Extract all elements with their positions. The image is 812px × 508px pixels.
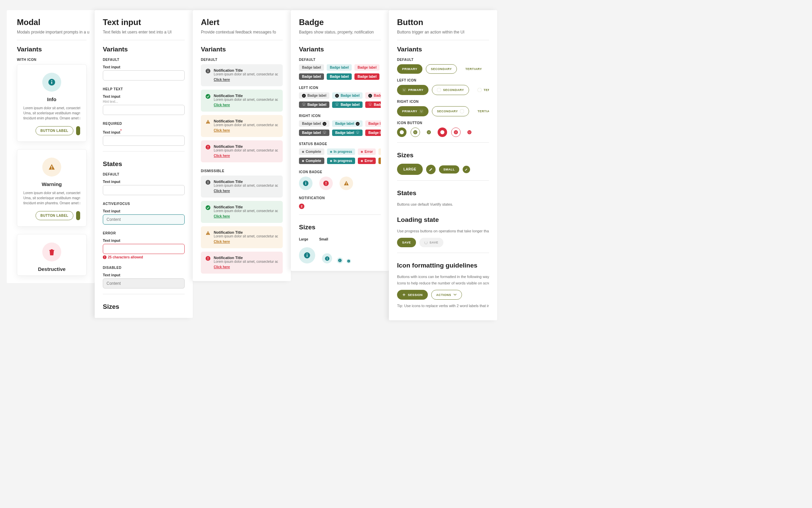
badge-righticon-solid-grey: Badge label <box>299 130 329 136</box>
alert-body: Lorem ipsum dolor sit amet, consectetur … <box>214 123 278 127</box>
actions-dropdown-button[interactable]: ACTIONS <box>431 290 462 300</box>
alert-body: Lorem ipsum dolor sit amet, consectetur … <box>214 98 278 101</box>
variant-right-icon: RIGHT ICON <box>299 114 381 118</box>
badge-solid-grey: Badge label <box>299 73 324 80</box>
alert-body: Lorem ipsum dolor sit amet, consectetur … <box>214 72 278 76</box>
text-input-required[interactable] <box>103 136 185 146</box>
section-states: States <box>103 160 185 168</box>
variant-default: DEFAULT <box>397 58 489 62</box>
trash-icon <box>42 243 61 261</box>
badge-righticon-red: Badge label <box>365 120 381 127</box>
text-input-help[interactable] <box>103 105 185 115</box>
panel-alert: Alert Provide contextual feedback messag… <box>193 10 291 281</box>
modal-card-body: Lorem ipsum dolor sit amet, consectetur … <box>23 106 80 121</box>
secondary-button[interactable]: SECONDARY <box>426 64 457 74</box>
badge-lefticon-solid-grey: Badge label <box>299 101 329 108</box>
tertiary-button-lefticon[interactable]: TERTIARY <box>472 85 489 95</box>
divider <box>17 40 87 40</box>
variant-right-icon: RIGHT ICON <box>397 100 489 103</box>
panel-description: Buttons trigger an action within the UI <box>397 30 489 34</box>
error-icon <box>206 145 210 149</box>
iconbutton-tertiary[interactable] <box>424 128 434 137</box>
modal-primary-button[interactable] <box>76 211 80 220</box>
panel-title: Modal <box>17 18 87 27</box>
iconbutton-danger-secondary[interactable] <box>451 128 461 137</box>
edit-iconbutton-small[interactable] <box>463 166 470 173</box>
modal-secondary-button[interactable]: BUTTON LABEL <box>36 126 73 135</box>
text-input-active[interactable] <box>103 214 185 225</box>
info-icon <box>42 73 61 92</box>
panel-description: Badges show status, property, notificati… <box>299 30 381 34</box>
section-states: States <box>397 189 489 197</box>
variant-icon-badge: ICON BADGE <box>299 170 381 174</box>
error-message: 25 characters allowed <box>103 255 185 259</box>
iconbutton-danger[interactable] <box>438 128 447 137</box>
alert-link[interactable]: Click here <box>214 78 230 82</box>
info-icon <box>206 69 210 73</box>
alert-success-dismissible: Notification TitleLorem ipsum dolor sit … <box>201 201 283 223</box>
modal-card-warning: Warning Lorem ipsum dolor sit amet, cons… <box>17 149 87 227</box>
modal-primary-button[interactable] <box>76 126 80 135</box>
text-input-default[interactable] <box>103 70 185 80</box>
text-input-state-default[interactable] <box>103 185 185 195</box>
state-error: ERROR <box>103 231 185 235</box>
alert-link[interactable]: Click here <box>214 103 230 107</box>
chevron-down-icon <box>453 293 457 297</box>
save-button[interactable]: SAVE <box>397 238 416 247</box>
primary-button-righticon[interactable]: PRIMARY <box>397 106 428 116</box>
iconbadge-xs <box>337 257 343 263</box>
session-button[interactable]: SESSION <box>397 290 428 300</box>
iconbutton-primary[interactable] <box>397 128 407 137</box>
modal-card-title: Info <box>23 96 80 102</box>
primary-button-lefticon[interactable]: PRIMARY <box>397 85 428 95</box>
variant-status: STATUS BADGE <box>299 142 381 146</box>
smile-icon <box>302 103 306 107</box>
badge-solid-red: Badge label <box>354 73 379 80</box>
alert-link[interactable]: Click here <box>214 214 230 218</box>
check-circle-icon <box>206 205 210 210</box>
alert-link[interactable]: Click here <box>214 189 230 193</box>
section-sizes: Sizes <box>103 303 185 310</box>
variant-help-text: HELP TEXT <box>103 87 185 91</box>
primary-button[interactable]: PRIMARY <box>397 64 422 74</box>
alert-warning: Notification TitleLorem ipsum dolor sit … <box>201 115 283 137</box>
large-button[interactable]: LARGE <box>397 164 423 175</box>
spinner-icon <box>424 241 427 244</box>
state-disabled: DISABLED <box>103 266 185 270</box>
status-complete-solid: Complete <box>299 158 324 164</box>
alert-body: Lorem ipsum dolor sit amet, consectetur … <box>214 234 278 238</box>
alert-title: Notification Title <box>214 68 278 72</box>
iconbutton-secondary[interactable] <box>411 128 420 137</box>
iconbadge-xxs <box>346 259 351 263</box>
status-warn-light: V <box>378 148 381 155</box>
badge-righticon-teal: Badge label <box>332 120 363 127</box>
panel-description: Provide contextual feedback messages fo <box>201 30 283 34</box>
edit-iconbutton-large[interactable] <box>426 165 436 174</box>
alert-link[interactable]: Click here <box>214 240 230 244</box>
tertiary-button[interactable]: TERTIARY <box>460 64 487 74</box>
modal-secondary-button[interactable]: BUTTON LABEL <box>36 211 73 220</box>
modal-card-info: Info Lorem ipsum dolor sit amet, consect… <box>17 64 87 142</box>
alert-link[interactable]: Click here <box>214 129 230 132</box>
icon-guide-note2: Icons to help reduce the number of words… <box>397 280 489 286</box>
modal-card-title: Destructive <box>23 266 80 272</box>
alert-danger: Notification TitleLorem ipsum dolor sit … <box>201 140 283 162</box>
tertiary-button-righticon[interactable]: TERTIARY <box>472 106 489 116</box>
alert-link[interactable]: Click here <box>214 154 230 158</box>
text-input-error[interactable] <box>103 244 185 254</box>
iconbutton-danger-tertiary[interactable] <box>465 128 474 137</box>
variant-dismissible: DISMISSIBLE <box>201 169 283 173</box>
small-button[interactable]: SMALL <box>439 165 459 174</box>
check-circle-icon <box>206 94 210 99</box>
secondary-button-lefticon[interactable]: SECONDARY <box>432 85 469 95</box>
smile-icon <box>437 88 441 92</box>
secondary-button-righticon[interactable]: SECONDARY <box>432 106 469 116</box>
state-default: DEFAULT <box>103 172 185 176</box>
alert-link[interactable]: Click here <box>214 265 230 269</box>
input-label: Text input <box>103 273 185 277</box>
alert-body: Lorem ipsum dolor sit amet, consectetur … <box>214 260 278 263</box>
section-variants: Variants <box>103 46 185 53</box>
badge-default-red: Badge label <box>354 64 379 71</box>
section-loading: Loading state <box>397 216 489 224</box>
alert-title: Notification Title <box>214 94 278 98</box>
